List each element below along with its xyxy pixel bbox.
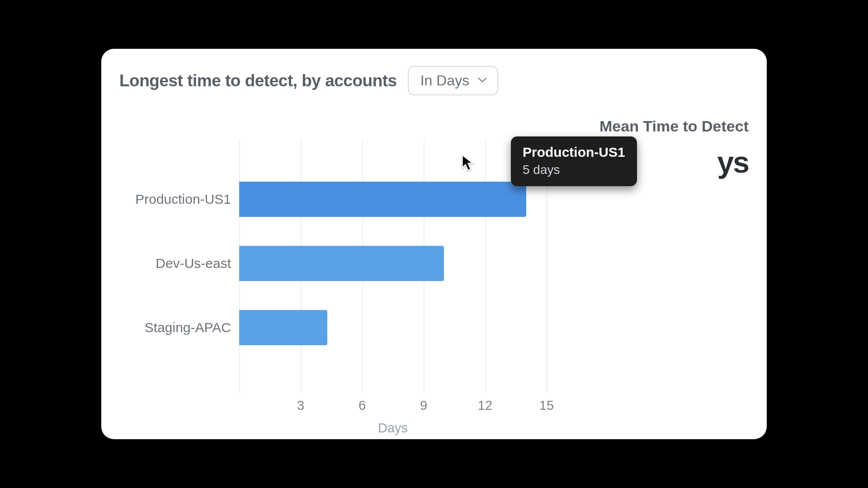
bar[interactable]: [239, 182, 526, 217]
category-label: Production-US1: [113, 192, 231, 207]
plot-area[interactable]: Production-US1Dev-Us-eastStaging-APAC: [239, 141, 547, 394]
x-tick-label: 12: [478, 398, 492, 413]
unit-selector-label: In Days: [420, 72, 469, 89]
bar[interactable]: [239, 310, 327, 345]
x-tick-label: 3: [297, 398, 304, 413]
cursor-icon: [461, 154, 474, 172]
chart-card: Longest time to detect, by accounts In D…: [101, 49, 767, 439]
category-label: Staging-APAC: [113, 320, 231, 335]
tooltip-title: Production-US1: [523, 145, 625, 160]
x-axis-label: Days: [239, 421, 547, 436]
x-axis-ticks: 3691215: [239, 398, 547, 416]
mean-time-stat-title: Mean Time to Detect: [586, 117, 749, 135]
x-tick-label: 6: [359, 398, 366, 413]
unit-selector[interactable]: In Days: [408, 66, 498, 95]
chevron-down-icon: [477, 77, 487, 85]
chart-tooltip: Production-US1 5 days: [511, 136, 637, 186]
tooltip-value: 5 days: [523, 163, 625, 177]
bar-row[interactable]: Dev-Us-east: [239, 245, 444, 282]
chart-title: Longest time to detect, by accounts: [119, 71, 397, 90]
bar-row[interactable]: Production-US1: [239, 181, 526, 217]
x-tick-label: 15: [539, 398, 554, 413]
bar-row[interactable]: Staging-APAC: [239, 310, 327, 346]
card-header: Longest time to detect, by accounts In D…: [119, 66, 749, 95]
x-tick-label: 9: [420, 398, 427, 413]
category-label: Dev-Us-east: [113, 256, 231, 271]
bar[interactable]: [239, 246, 444, 281]
gridline: [485, 141, 486, 394]
